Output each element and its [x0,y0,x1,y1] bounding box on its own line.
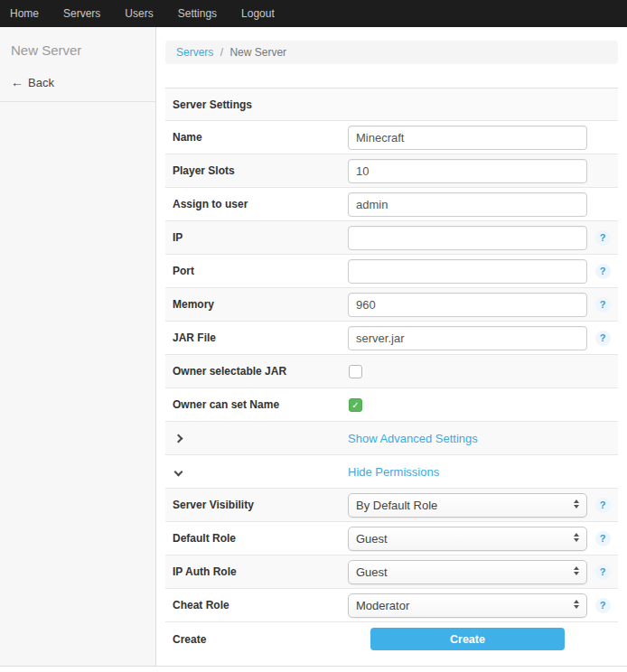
help-icon[interactable]: ? [595,230,611,246]
input-memory[interactable] [348,293,587,317]
field-label-default-role: Default Role [165,532,348,545]
input-port[interactable] [348,259,587,284]
sidebar: New Server ←Back [0,27,156,666]
main-content: Servers / New Server Server Settings Nam… [156,27,627,666]
form-row: IP ? [165,221,618,255]
nav-item-settings[interactable]: Settings [169,0,226,27]
select-value: By Default Role [356,499,437,512]
field-label-ip: IP [165,231,348,244]
input-player-slots[interactable] [348,159,587,183]
select-server-visibility[interactable]: By Default Role [348,493,587,518]
chevron-down-icon [174,468,183,477]
help-icon[interactable]: ? [595,264,611,279]
select-default-role[interactable]: Guest [348,527,587,551]
select-arrows-icon [574,600,579,609]
select-arrows-icon [574,499,579,509]
field-label-create: Create [165,633,348,646]
form-row: Owner selectable JAR [165,355,618,388]
form-row: Memory ? [165,288,618,322]
field-label-port: Port [165,265,348,277]
toggle-link-hide-permissions[interactable]: Hide Permissions [348,465,439,479]
form-rows: Name Player Slots Assign to user IP ? Po… [165,121,618,656]
field-label-assign-to-user: Assign to user [165,198,348,210]
nav-item-servers[interactable]: Servers [54,0,109,27]
field-label-server-visibility: Server Visibility [165,499,348,511]
breadcrumb: Servers / New Server [165,41,618,64]
form-row: Player Slots [165,154,618,188]
back-arrow-icon: ← [11,75,23,89]
input-jar-file[interactable] [348,326,587,350]
top-navbar: Home Servers Users Settings Logout [0,0,627,27]
section-header: Server Settings [165,89,618,121]
field-label [165,432,348,444]
select-arrows-icon [574,533,579,542]
form-row: JAR File ? [165,322,618,355]
page-title: New Server [0,27,155,70]
back-link-label: Back [28,76,54,89]
field-label-player-slots: Player Slots [165,164,348,177]
nav-item-home[interactable]: Home [1,0,48,27]
field-label-memory: Memory [165,298,348,311]
toggle-link-show-advanced-settings[interactable]: Show Advanced Settings [348,432,478,445]
field-label-owner-can-set-name: Owner can set Name [165,398,348,411]
breadcrumb-current: New Server [229,46,286,59]
field-label-jar-file: JAR File [165,331,348,344]
form-row: Name [165,121,618,154]
breadcrumb-servers-link[interactable]: Servers [176,46,213,59]
checkbox-owner-selectable-jar[interactable] [349,365,362,378]
input-name[interactable] [348,126,587,150]
form-row: Default Role Guest ? [165,522,618,555]
field-label-owner-selectable-jar: Owner selectable JAR [165,365,348,378]
breadcrumb-separator: / [220,46,223,59]
help-icon[interactable]: ? [595,297,611,313]
help-icon[interactable]: ? [595,598,611,613]
select-value: Moderator [356,599,409,612]
chevron-right-icon [174,434,183,443]
create-button[interactable]: Create [370,628,565,650]
form-row: IP Auth Role Guest ? [165,555,618,589]
help-icon[interactable]: ? [595,565,611,580]
checkbox-owner-can-set-name[interactable]: ✓ [349,398,362,412]
select-value: Guest [356,532,388,546]
field-label-cheat-role: Cheat Role [165,599,348,611]
field-label-name: Name [165,131,348,144]
server-settings-form: Server Settings Name Player Slots Assign… [165,88,618,656]
select-cheat-role[interactable]: Moderator [348,593,587,618]
form-row: Create Create [165,622,618,656]
form-row: Owner can set Name ✓ [165,388,618,422]
form-row: Server Visibility By Default Role ? [165,489,618,522]
nav-item-users[interactable]: Users [116,0,162,27]
page-body: New Server ←Back Servers / New Server Se… [0,27,627,667]
field-label [165,465,348,478]
nav-item-logout[interactable]: Logout [232,0,284,27]
field-label-ip-auth-role: IP Auth Role [165,565,348,578]
select-ip-auth-role[interactable]: Guest [348,560,587,584]
form-row: Assign to user [165,188,618,221]
select-arrows-icon [574,566,579,575]
select-value: Guest [356,565,388,579]
help-icon[interactable]: ? [595,331,611,346]
form-row: Hide Permissions [165,455,618,489]
back-link[interactable]: ←Back [0,70,155,102]
input-ip[interactable] [348,226,587,250]
help-icon[interactable]: ? [595,531,611,546]
form-row: Port ? [165,255,618,288]
form-row: Show Advanced Settings [165,422,618,455]
help-icon[interactable]: ? [595,498,611,513]
form-row: Cheat Role Moderator ? [165,589,618,622]
input-assign-to-user[interactable] [348,192,587,217]
